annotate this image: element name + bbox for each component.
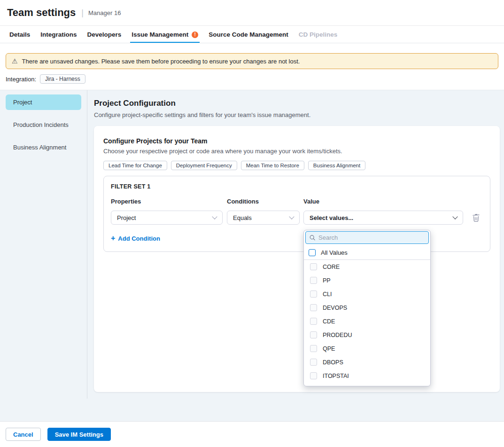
page-title: Team settings bbox=[7, 7, 76, 19]
cancel-button[interactable]: Cancel bbox=[6, 428, 41, 441]
checkbox[interactable] bbox=[310, 372, 317, 379]
tab-integrations[interactable]: Integrations bbox=[40, 26, 77, 43]
checkbox[interactable] bbox=[310, 386, 317, 386]
checkbox[interactable] bbox=[310, 304, 317, 311]
condition-select-value: Equals bbox=[233, 214, 252, 221]
checkbox[interactable] bbox=[310, 318, 317, 325]
title-separator: | bbox=[81, 8, 84, 18]
unsaved-alert-badge-icon: ! bbox=[192, 31, 198, 38]
checkbox[interactable] bbox=[310, 290, 317, 298]
warning-icon: ⚠ bbox=[12, 58, 18, 64]
option-pp[interactable]: PP bbox=[304, 274, 430, 287]
chevron-down-icon bbox=[212, 214, 217, 219]
configure-projects-card: Configure Projects for your Team Choose … bbox=[94, 126, 500, 392]
chevron-down-icon bbox=[452, 214, 457, 219]
sidebar: Project Production Incidents Business Al… bbox=[0, 90, 87, 399]
tab-developers[interactable]: Developers bbox=[87, 26, 122, 43]
option-cde[interactable]: CDE bbox=[304, 314, 430, 328]
plus-icon: + bbox=[111, 235, 115, 242]
option-prodedu[interactable]: PRODEDU bbox=[304, 328, 430, 342]
integration-chip[interactable]: Jira - Harness bbox=[40, 74, 85, 84]
chip-mean-time-to-restore[interactable]: Mean Time to Restore bbox=[241, 161, 304, 170]
option-itopstai[interactable]: ITOPSTAI bbox=[304, 369, 430, 383]
section-subtitle: Configure project-specific settings and … bbox=[87, 108, 504, 118]
tab-issue-management[interactable]: Issue Management ! bbox=[132, 26, 198, 43]
add-condition-label: Add Condition bbox=[118, 235, 160, 242]
condition-select[interactable]: Equals bbox=[227, 211, 300, 225]
option-cli[interactable]: CLI bbox=[304, 287, 430, 301]
checkbox[interactable] bbox=[310, 277, 317, 284]
metric-chips: Lead Time for Change Deployment Frequenc… bbox=[103, 161, 490, 170]
conditions-column-label: Conditions bbox=[227, 198, 303, 205]
integration-label: Integration: bbox=[6, 76, 36, 83]
sub-header-section: ⚠ There are unsaved changes. Please save… bbox=[0, 43, 504, 90]
chip-lead-time-for-change[interactable]: Lead Time for Change bbox=[103, 161, 167, 170]
footer-action-bar: Cancel Save IM Settings bbox=[0, 421, 504, 447]
properties-column-label: Properties bbox=[111, 198, 227, 205]
checkbox[interactable] bbox=[310, 263, 317, 270]
sidebar-item-production-incidents[interactable]: Production Incidents bbox=[6, 117, 81, 133]
search-input[interactable] bbox=[318, 234, 425, 241]
section-title: Project Configuration bbox=[87, 90, 504, 108]
dropdown-search bbox=[305, 231, 429, 244]
option-qpe[interactable]: QPE bbox=[304, 342, 430, 355]
search-icon bbox=[310, 235, 315, 241]
property-select[interactable]: Project bbox=[111, 211, 223, 225]
all-values-label: All Values bbox=[321, 249, 348, 256]
sidebar-item-project[interactable]: Project bbox=[6, 94, 81, 110]
filter-set-title: FILTER SET 1 bbox=[111, 183, 483, 190]
main-panel: Project Configuration Configure project-… bbox=[87, 90, 504, 421]
option-core[interactable]: CORE bbox=[304, 260, 430, 274]
checkbox-all-values[interactable] bbox=[309, 249, 316, 256]
integration-row: Integration: Jira - Harness bbox=[6, 74, 85, 84]
option-devops[interactable]: DEVOPS bbox=[304, 301, 430, 314]
delete-filter-button[interactable] bbox=[473, 214, 480, 222]
chip-deployment-frequency[interactable]: Deployment Frequency bbox=[171, 161, 237, 170]
trash-icon bbox=[473, 214, 480, 222]
value-dropdown: All Values CORE PP CLI DEVOPS CDE PRODED… bbox=[303, 230, 431, 386]
banner-text: There are unsaved changes. Please save t… bbox=[22, 58, 300, 65]
tab-cd-pipelines: CD Pipelines bbox=[299, 26, 338, 43]
checkbox[interactable] bbox=[310, 331, 317, 338]
card-subtitle: Choose your respective project or code a… bbox=[103, 148, 490, 155]
value-multiselect[interactable]: Select values... bbox=[303, 211, 463, 225]
all-values-option[interactable]: All Values bbox=[304, 245, 430, 260]
team-name: Manager 16 bbox=[88, 9, 121, 16]
property-select-value: Project bbox=[117, 214, 136, 221]
chip-business-alignment[interactable]: Business Alignment bbox=[308, 161, 365, 170]
chevron-down-icon bbox=[289, 214, 294, 219]
checkbox[interactable] bbox=[310, 359, 317, 366]
page-header: Team settings | Manager 16 bbox=[0, 0, 504, 26]
tab-content: Project Production Incidents Business Al… bbox=[0, 90, 504, 421]
settings-tab-bar: Details Integrations Developers Issue Ma… bbox=[0, 26, 504, 43]
add-condition-button[interactable]: + Add Condition bbox=[111, 235, 160, 242]
filter-row: Project Equals Select values... bbox=[111, 211, 483, 225]
card-title: Configure Projects for your Team bbox=[103, 137, 490, 145]
value-column-label: Value bbox=[303, 198, 483, 205]
tab-details[interactable]: Details bbox=[9, 26, 30, 43]
save-im-settings-button[interactable]: Save IM Settings bbox=[47, 428, 111, 441]
unsaved-changes-banner: ⚠ There are unsaved changes. Please save… bbox=[6, 53, 498, 69]
checkbox[interactable] bbox=[310, 345, 317, 352]
filter-column-labels: Properties Conditions Value bbox=[111, 198, 483, 205]
option-dbops[interactable]: DBOPS bbox=[304, 355, 430, 369]
tab-source-code-management[interactable]: Source Code Management bbox=[209, 26, 288, 43]
filter-set-1: FILTER SET 1 Properties Conditions Value… bbox=[103, 176, 490, 252]
value-select-wrap: Select values... All Values bbox=[303, 211, 463, 225]
value-select-placeholder: Select values... bbox=[310, 214, 353, 221]
sidebar-item-business-alignment[interactable]: Business Alignment bbox=[6, 140, 81, 155]
option-pipe[interactable]: PIPE bbox=[304, 383, 430, 386]
